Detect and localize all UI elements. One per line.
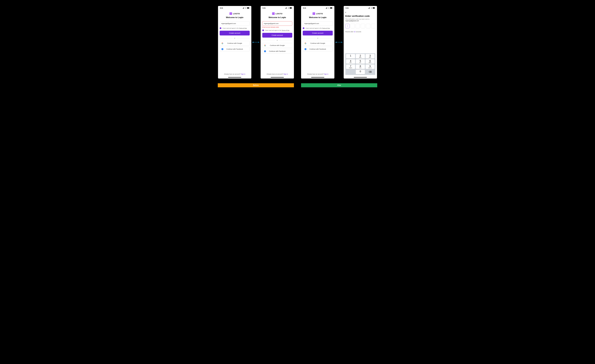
status-time: 9:41 (303, 7, 306, 9)
flow-arrow-icon (336, 41, 342, 43)
code-input-5[interactable] (366, 24, 370, 28)
continue-facebook-button[interactable]: f Continue with Facebook (303, 47, 333, 51)
svg-rect-9 (286, 8, 286, 8)
svg-rect-24 (369, 8, 369, 8)
footer-prompt: Already have an account? (267, 73, 283, 75)
email-input[interactable] (262, 21, 292, 26)
code-input-1[interactable] (345, 24, 349, 28)
continue-google-button[interactable]: Continue with Google (220, 41, 250, 46)
after-flow: 9:41 LOGTO Welcome to Logto ✓ I have (301, 6, 377, 78)
status-bar: 9:41 (218, 6, 251, 9)
google-label: Continue with Google (270, 44, 285, 46)
checkbox-checked-icon[interactable]: ✓ (303, 27, 305, 29)
key-9[interactable]: 9WXYZ (366, 64, 375, 69)
sign-in-link[interactable]: Sign in (241, 73, 245, 75)
google-icon (221, 42, 223, 44)
page-title: Welcome to Logto (303, 16, 333, 19)
svg-rect-22 (368, 8, 369, 8)
home-indicator (311, 77, 324, 77)
svg-marker-7 (258, 42, 259, 43)
backspace-icon: ⌫ (369, 71, 372, 73)
continue-facebook-button[interactable]: f Continue with Facebook (220, 47, 250, 51)
code-input-2[interactable] (350, 24, 355, 28)
footer: Already have an account? Sign in (220, 73, 250, 75)
create-account-button[interactable]: Create account (262, 33, 292, 38)
brand-logo: LOGTO (220, 12, 250, 15)
error-message: Email account already exists (262, 26, 292, 28)
code-input-4[interactable] (361, 24, 365, 28)
key-5[interactable]: 5JKL (356, 59, 365, 64)
svg-rect-16 (326, 8, 327, 8)
status-bar: 9:41 (344, 6, 377, 9)
key-4[interactable]: 4GHI (346, 59, 355, 64)
svg-rect-11 (286, 7, 287, 8)
signal-icon (285, 7, 287, 9)
key-7[interactable]: 7PQRS (346, 64, 355, 69)
battery-icon (247, 7, 249, 9)
key-0[interactable]: 0 (356, 70, 365, 74)
brand-logo: LOGTO (303, 12, 333, 15)
svg-rect-2 (243, 8, 244, 8)
terms-row[interactable]: ✓ I have read and agree to the Terms of … (303, 27, 333, 29)
resend-seconds: 32 (354, 31, 355, 33)
key-6[interactable]: 6MNO (366, 59, 375, 64)
create-account-button[interactable]: Create account (220, 31, 250, 35)
wifi-icon (288, 7, 289, 9)
email-input[interactable] (303, 21, 333, 26)
checkbox-checked-icon[interactable]: ✓ (220, 27, 221, 29)
footer: Already have an account? Sign in (303, 73, 333, 75)
sign-in-link[interactable]: Sign in (283, 73, 288, 75)
status-icons (285, 7, 292, 9)
back-button[interactable]: ‹ (345, 11, 375, 14)
facebook-label: Continue with Facebook (226, 48, 243, 50)
svg-rect-1 (243, 8, 243, 8)
status-time: 9:41 (262, 7, 266, 9)
facebook-icon: f (305, 48, 306, 50)
svg-rect-15 (326, 8, 326, 8)
continue-google-button[interactable]: Continue with Google (262, 43, 292, 48)
terms-link[interactable]: Terms of Use (322, 28, 330, 29)
key-8[interactable]: 8TUV (356, 64, 365, 69)
terms-prefix: I have read and agree to the (305, 28, 322, 29)
continue-google-button[interactable]: Continue with Google (303, 41, 333, 46)
svg-rect-25 (369, 7, 370, 8)
key-delete[interactable]: ⌫ (366, 70, 375, 74)
terms-row[interactable]: ✓ I have read and agree to the Terms of … (220, 27, 250, 29)
status-time: 9:41 (220, 7, 223, 9)
svg-rect-3 (244, 7, 244, 8)
divider-text: or (317, 37, 319, 39)
brand-logo: LOGTO (262, 12, 292, 15)
svg-rect-17 (327, 7, 327, 8)
home-indicator (228, 77, 241, 77)
signal-icon (326, 7, 327, 9)
google-label: Continue with Google (310, 42, 325, 44)
facebook-icon: f (264, 50, 266, 52)
code-input-6[interactable] (371, 24, 375, 28)
key-3[interactable]: 3DEF (366, 54, 375, 58)
brand-name: LOGTO (276, 13, 283, 15)
checkbox-checked-icon[interactable]: ✓ (262, 29, 264, 31)
svg-marker-21 (341, 42, 342, 43)
sign-in-link[interactable]: Sign in (324, 73, 328, 75)
screen-signup-error: 9:41 LOGTO Welcome to Logto Email accoun… (261, 6, 294, 78)
home-indicator (354, 77, 367, 77)
continue-facebook-button[interactable]: f Continue with Facebook (262, 49, 292, 54)
key-2[interactable]: 2ABC (356, 54, 365, 58)
facebook-label: Continue with Facebook (309, 48, 326, 50)
email-input[interactable] (220, 21, 250, 26)
svg-rect-23 (369, 8, 369, 8)
facebook-icon: f (221, 48, 223, 50)
logo-icon (272, 12, 275, 15)
create-account-button[interactable]: Create account (303, 31, 333, 35)
svg-rect-19 (332, 8, 333, 8)
battery-icon (290, 7, 292, 9)
terms-link[interactable]: Terms of Use (282, 30, 289, 31)
divider: or (220, 37, 250, 39)
status-icons (326, 7, 333, 9)
code-input-3[interactable] (356, 24, 360, 28)
terms-prefix: I have read and agree to the (222, 28, 239, 29)
key-1[interactable]: 1 (346, 54, 355, 58)
terms-row[interactable]: ✓ I have read and agree to the Terms of … (262, 29, 292, 31)
status-bar: 9:41 (301, 6, 334, 9)
terms-link[interactable]: Terms of Use (239, 28, 247, 29)
